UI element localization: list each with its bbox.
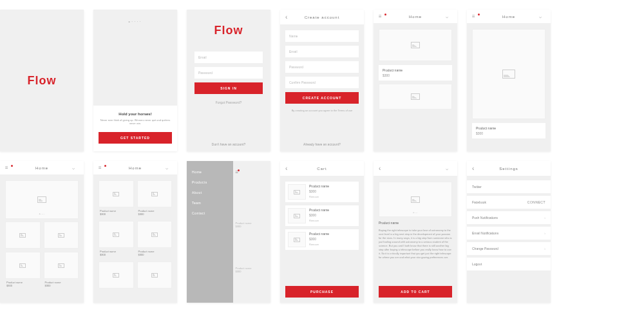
forgot-password-link[interactable]: Forgot Password?: [194, 100, 263, 104]
settings-row-push[interactable]: Push Notifications›: [467, 211, 551, 224]
screen-home-hero: Home Product name$300: [467, 10, 551, 151]
settings-row-email[interactable]: Email Notifications›: [467, 227, 551, 240]
product-tile[interactable]: Product name$300: [5, 252, 41, 289]
product-tile[interactable]: Product name$300: [99, 180, 134, 218]
product-tile[interactable]: [5, 222, 41, 249]
menu-icon[interactable]: [236, 169, 239, 175]
cart-icon[interactable]: [446, 14, 452, 19]
cart-icon[interactable]: [446, 166, 452, 171]
add-to-cart-button[interactable]: ADD TO CART: [379, 286, 452, 298]
email-field[interactable]: Email: [285, 46, 359, 57]
product-tile[interactable]: Product name$300: [137, 180, 173, 218]
product-tile[interactable]: Product name$300: [99, 221, 134, 258]
screen-splash: Flow: [0, 10, 84, 151]
menu-icon[interactable]: [99, 165, 105, 171]
page-title: Cart: [292, 167, 352, 171]
screen-menu-drawer: Home Products About Team Contact Product…: [187, 161, 270, 303]
chevron-right-icon: ›: [544, 216, 545, 220]
menu-icon[interactable]: [379, 14, 385, 19]
cart-icon[interactable]: [539, 14, 545, 19]
settings-row-logout[interactable]: Logout: [467, 258, 551, 270]
carousel[interactable]: •····: [5, 180, 79, 219]
back-icon[interactable]: [472, 165, 478, 172]
email-field[interactable]: Email: [194, 52, 263, 63]
nav-drawer: Home Products About Team Contact: [187, 161, 233, 303]
page-title: Home: [478, 15, 539, 19]
menu-item-team[interactable]: Team: [192, 201, 228, 205]
product-name: Product name: [379, 221, 452, 225]
screen-home-list: Home Product name$300: [374, 10, 457, 151]
remove-link[interactable]: Remove: [309, 195, 356, 198]
screen-create-account: Create account Name Email Password Confi…: [280, 10, 364, 151]
back-icon[interactable]: [379, 165, 385, 172]
remove-link[interactable]: Remove: [309, 219, 356, 222]
page-dots: •····: [93, 19, 177, 24]
page-title: Settings: [478, 167, 539, 171]
onboard-title: Hold your horses!: [99, 112, 172, 116]
password-field[interactable]: Password: [194, 67, 263, 79]
page-title: Home: [105, 166, 166, 170]
already-account-link[interactable]: Already have an account?: [280, 142, 364, 146]
brand-logo: Flow: [194, 24, 263, 37]
settings-row-password[interactable]: Change Password›: [467, 242, 551, 255]
menu-item-about[interactable]: About: [192, 191, 228, 194]
remove-link[interactable]: Remove: [309, 243, 356, 246]
page-title: Home: [12, 166, 72, 170]
content-peek: Product name$300 Product name$300: [233, 161, 271, 303]
cart-item: Product name$300Remove: [285, 182, 359, 202]
product-tile[interactable]: [44, 222, 79, 249]
name-field[interactable]: Name: [285, 30, 359, 42]
menu-icon[interactable]: [472, 14, 478, 19]
cart-icon[interactable]: [166, 165, 172, 171]
product-tile[interactable]: [137, 261, 173, 289]
menu-item-products[interactable]: Products: [192, 180, 228, 184]
onboard-text: Never ever think of giving up. Winners n…: [99, 118, 172, 126]
settings-row-facebook[interactable]: FacebookCONNECT: [467, 196, 551, 209]
get-started-button[interactable]: GET STARTED: [99, 132, 172, 144]
product-tile[interactable]: Product name$300: [137, 221, 173, 258]
back-icon[interactable]: [285, 14, 292, 21]
terms-text: By creating an account you agree to the …: [285, 109, 359, 113]
product-tile[interactable]: [99, 261, 134, 289]
back-icon[interactable]: [285, 165, 292, 172]
product-image: [379, 84, 452, 109]
product-row[interactable]: Product name$300: [379, 65, 452, 80]
chevron-right-icon: ›: [544, 247, 545, 251]
menu-icon[interactable]: [5, 165, 12, 171]
menu-item-home[interactable]: Home: [192, 170, 228, 174]
screen-settings: Settings Twitter FacebookCONNECT Push No…: [467, 161, 551, 303]
no-account-link[interactable]: Don't have an account?: [187, 142, 270, 146]
cart-icon[interactable]: [72, 165, 79, 171]
signin-button[interactable]: SIGN IN: [194, 82, 263, 94]
page-title: Create account: [292, 15, 352, 19]
hero-image: [379, 29, 452, 61]
confirm-password-field[interactable]: Confirm Password: [285, 77, 359, 88]
product-description: Buying the right telescope to take your …: [379, 229, 452, 260]
screen-signin: Flow Email Password SIGN IN Forgot Passw…: [187, 10, 270, 151]
purchase-button[interactable]: PURCHASE: [285, 286, 359, 298]
product-peek: Product name$300: [236, 222, 269, 228]
product-peek: Product name$300: [236, 267, 269, 273]
screen-home-carousel: Home •···· Product name$300 Product name…: [0, 161, 84, 303]
menu-item-contact[interactable]: Contact: [192, 211, 228, 215]
product-row[interactable]: Product name$300: [472, 123, 545, 138]
settings-row-twitter[interactable]: Twitter: [467, 180, 551, 193]
screen-onboarding: •···· Hold your horses! Never ever think…: [93, 10, 177, 151]
password-field[interactable]: Password: [285, 61, 359, 73]
page-title: Home: [385, 15, 446, 19]
product-gallery[interactable]: •····: [379, 182, 452, 217]
screen-product-detail: •···· Product name Buying the right tele…: [374, 161, 457, 303]
hero-image: [472, 29, 545, 119]
cart-item: Product name$300Remove: [285, 205, 359, 226]
create-account-button[interactable]: CREATE ACCOUNT: [285, 92, 359, 104]
screen-home-grid: Home Product name$300 Product name$300 P…: [93, 161, 177, 303]
screen-cart: Cart Product name$300Remove Product name…: [280, 161, 364, 303]
product-tile[interactable]: Product name$300: [44, 252, 79, 289]
brand-logo: Flow: [28, 74, 57, 88]
chevron-right-icon: ›: [544, 231, 545, 235]
cart-item: Product name$300Remove: [285, 229, 359, 250]
